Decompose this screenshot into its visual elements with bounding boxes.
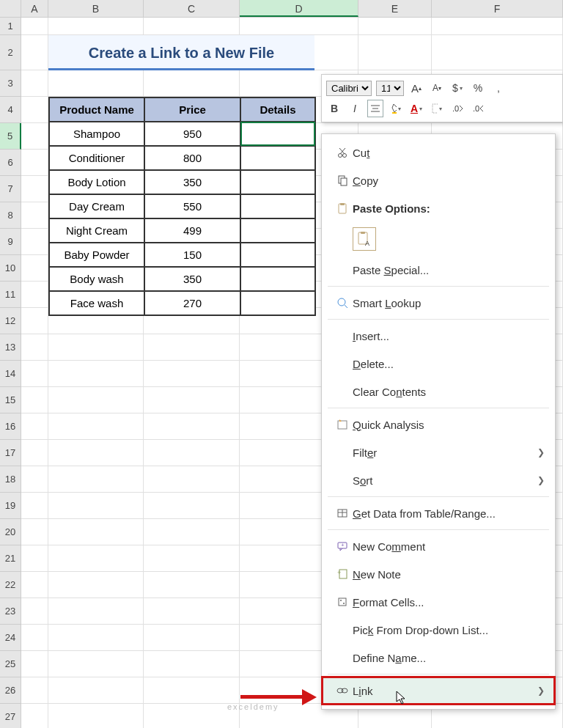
menu-filter[interactable]: Filter ❯: [322, 438, 555, 466]
cell[interactable]: [21, 18, 48, 35]
row-header-7[interactable]: 7: [0, 176, 21, 202]
cell[interactable]: [21, 387, 48, 413]
cell[interactable]: [144, 625, 240, 651]
cell[interactable]: [48, 519, 144, 545]
table-cell[interactable]: Night Cream: [49, 218, 144, 243]
table-cell[interactable]: 350: [144, 267, 240, 291]
bold-button[interactable]: B: [326, 100, 342, 117]
cell[interactable]: [48, 545, 144, 572]
col-header-f[interactable]: F: [432, 0, 563, 17]
cell[interactable]: [144, 651, 240, 677]
cell[interactable]: [144, 413, 240, 440]
cell[interactable]: [21, 598, 48, 625]
menu-pick-list[interactable]: Pick From Drop-down List...: [322, 616, 555, 644]
cell[interactable]: [48, 493, 144, 519]
table-cell[interactable]: [240, 291, 315, 315]
table-cell[interactable]: 350: [144, 170, 240, 194]
increase-font-icon[interactable]: A▴: [408, 79, 424, 97]
row-header-14[interactable]: 14: [0, 361, 21, 387]
table-cell[interactable]: [240, 194, 315, 218]
table-cell[interactable]: Shampoo: [49, 122, 144, 146]
table-cell[interactable]: 800: [144, 146, 240, 170]
cell[interactable]: [48, 387, 144, 413]
menu-smart-lookup[interactable]: Smart Lookup: [322, 289, 555, 317]
fill-color-icon[interactable]: ▾: [388, 100, 404, 117]
cell[interactable]: [144, 704, 240, 728]
table-cell[interactable]: 950: [144, 122, 240, 146]
cell[interactable]: [144, 18, 240, 35]
cell[interactable]: [48, 651, 144, 677]
cell[interactable]: [21, 282, 48, 308]
row-header-26[interactable]: 26: [0, 677, 21, 704]
cell[interactable]: [21, 677, 48, 704]
cell[interactable]: [21, 70, 48, 97]
cell[interactable]: [48, 625, 144, 651]
menu-get-data[interactable]: Get Data from Table/Range...: [322, 499, 555, 527]
cell[interactable]: [48, 361, 144, 387]
table-cell[interactable]: Day Cream: [49, 194, 144, 218]
cell[interactable]: [144, 387, 240, 413]
menu-copy[interactable]: Copy: [322, 166, 555, 194]
cell[interactable]: [21, 229, 48, 255]
paste-option-default[interactable]: A: [322, 222, 555, 256]
cell[interactable]: [144, 70, 240, 97]
cell[interactable]: [48, 18, 144, 35]
cell[interactable]: [48, 572, 144, 598]
table-cell[interactable]: [240, 243, 315, 267]
cell[interactable]: [21, 202, 48, 229]
cell[interactable]: [48, 334, 144, 361]
cell[interactable]: [48, 70, 144, 97]
row-header-24[interactable]: 24: [0, 625, 21, 651]
row-header-5[interactable]: 5: [0, 123, 21, 150]
cell[interactable]: [21, 308, 48, 334]
cell[interactable]: [358, 18, 432, 35]
cell[interactable]: [144, 466, 240, 493]
percent-button[interactable]: %: [470, 79, 486, 97]
cell[interactable]: [21, 35, 48, 70]
italic-button[interactable]: I: [347, 100, 363, 117]
cell[interactable]: [21, 519, 48, 545]
font-select[interactable]: Calibri: [326, 81, 372, 96]
cell[interactable]: [21, 334, 48, 361]
cell[interactable]: [144, 493, 240, 519]
row-header-18[interactable]: 18: [0, 466, 21, 493]
table-cell[interactable]: Body Lotion: [49, 170, 144, 194]
cell[interactable]: [21, 255, 48, 282]
cell[interactable]: [48, 440, 144, 466]
table-cell[interactable]: 270: [144, 291, 240, 315]
table-cell[interactable]: Body wash: [49, 267, 144, 291]
decrease-decimal-icon[interactable]: .0: [470, 100, 486, 117]
table-cell[interactable]: [240, 122, 315, 146]
row-header-17[interactable]: 17: [0, 440, 21, 466]
row-header-22[interactable]: 22: [0, 572, 21, 598]
table-cell[interactable]: [240, 267, 315, 291]
cell[interactable]: [144, 677, 240, 704]
table-cell[interactable]: Baby Powder: [49, 243, 144, 267]
row-header-27[interactable]: 27: [0, 704, 21, 728]
row-header-8[interactable]: 8: [0, 202, 21, 229]
cell[interactable]: [358, 35, 432, 70]
menu-new-comment[interactable]: + New Comment: [322, 532, 555, 560]
cell[interactable]: [144, 361, 240, 387]
menu-quick-analysis[interactable]: Quick Analysis: [322, 411, 555, 438]
cell[interactable]: [432, 35, 563, 70]
cell[interactable]: [21, 466, 48, 493]
row-header-4[interactable]: 4: [0, 97, 21, 123]
menu-paste-special[interactable]: Paste Special...: [322, 256, 555, 284]
cell[interactable]: [144, 545, 240, 572]
row-header-2[interactable]: 2: [0, 35, 21, 70]
borders-icon[interactable]: ▾: [429, 100, 445, 117]
menu-format-cells[interactable]: Format Cells...: [322, 588, 555, 616]
table-cell[interactable]: 499: [144, 218, 240, 243]
cell[interactable]: [48, 677, 144, 704]
increase-decimal-icon[interactable]: .0: [449, 100, 466, 117]
row-header-9[interactable]: 9: [0, 229, 21, 255]
menu-new-note[interactable]: + New Note: [322, 560, 555, 588]
row-header-25[interactable]: 25: [0, 651, 21, 677]
table-cell[interactable]: [240, 146, 315, 170]
row-header-23[interactable]: 23: [0, 598, 21, 625]
col-header-c[interactable]: C: [144, 0, 240, 17]
cell[interactable]: [48, 466, 144, 493]
cell[interactable]: [21, 625, 48, 651]
cell[interactable]: [48, 704, 144, 728]
